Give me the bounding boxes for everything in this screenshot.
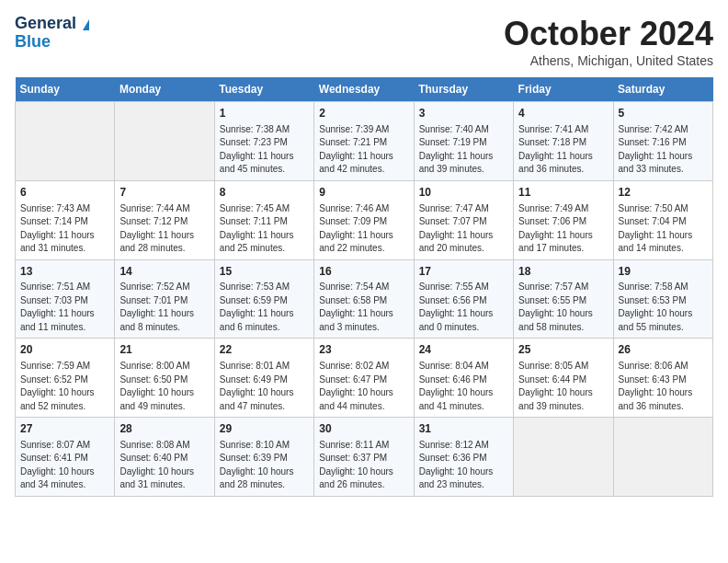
day-number: 24 <box>419 342 508 358</box>
calendar-day-cell: 13Sunrise: 7:51 AMSunset: 7:03 PMDayligh… <box>16 259 115 339</box>
weekday-header-row: SundayMondayTuesdayWednesdayThursdayFrid… <box>16 77 713 102</box>
calendar-week-row: 1Sunrise: 7:38 AMSunset: 7:23 PMDaylight… <box>16 102 713 181</box>
calendar-day-cell <box>514 418 613 497</box>
calendar-day-cell: 2Sunrise: 7:39 AMSunset: 7:21 PMDaylight… <box>314 102 414 181</box>
logo-line1: General <box>15 15 89 33</box>
day-info: Sunrise: 8:06 AMSunset: 6:43 PMDaylight:… <box>619 360 708 413</box>
logo-blue: Blue <box>15 32 51 51</box>
calendar-day-cell: 1Sunrise: 7:38 AMSunset: 7:23 PMDaylight… <box>214 102 313 181</box>
calendar-day-cell: 7Sunrise: 7:44 AMSunset: 7:12 PMDaylight… <box>115 180 214 259</box>
day-number: 12 <box>619 185 708 201</box>
day-number: 8 <box>220 185 309 201</box>
day-number: 26 <box>619 342 708 358</box>
weekday-header-monday: Monday <box>115 77 214 102</box>
day-info: Sunrise: 7:40 AMSunset: 7:19 PMDaylight:… <box>419 123 508 177</box>
logo: General Blue <box>15 15 89 52</box>
logo-line2: Blue <box>15 33 51 52</box>
weekday-header-saturday: Saturday <box>613 77 712 102</box>
day-info: Sunrise: 7:57 AMSunset: 6:55 PMDaylight:… <box>518 281 608 334</box>
day-info: Sunrise: 8:08 AMSunset: 6:40 PMDaylight:… <box>119 439 209 492</box>
calendar-day-cell <box>613 418 712 497</box>
calendar-day-cell: 11Sunrise: 7:49 AMSunset: 7:06 PMDayligh… <box>514 180 613 259</box>
day-number: 22 <box>220 342 309 358</box>
day-number: 15 <box>220 264 309 280</box>
calendar-week-row: 6Sunrise: 7:43 AMSunset: 7:14 PMDaylight… <box>16 180 713 259</box>
calendar-day-cell: 21Sunrise: 8:00 AMSunset: 6:50 PMDayligh… <box>115 339 214 418</box>
day-number: 27 <box>20 421 109 437</box>
location: Athens, Michigan, United States <box>504 53 713 68</box>
day-info: Sunrise: 7:55 AMSunset: 6:56 PMDaylight:… <box>419 281 508 334</box>
calendar-day-cell: 6Sunrise: 7:43 AMSunset: 7:14 PMDaylight… <box>16 180 115 259</box>
calendar-day-cell: 4Sunrise: 7:41 AMSunset: 7:18 PMDaylight… <box>514 102 613 181</box>
calendar-day-cell: 3Sunrise: 7:40 AMSunset: 7:19 PMDaylight… <box>414 102 513 181</box>
day-number: 14 <box>119 264 209 280</box>
calendar-day-cell: 5Sunrise: 7:42 AMSunset: 7:16 PMDaylight… <box>613 102 712 181</box>
calendar-week-row: 20Sunrise: 7:59 AMSunset: 6:52 PMDayligh… <box>16 339 713 418</box>
day-info: Sunrise: 8:02 AMSunset: 6:47 PMDaylight:… <box>319 360 408 413</box>
weekday-header-thursday: Thursday <box>414 77 513 102</box>
calendar-day-cell: 8Sunrise: 7:45 AMSunset: 7:11 PMDaylight… <box>214 180 313 259</box>
weekday-header-friday: Friday <box>514 77 613 102</box>
day-info: Sunrise: 7:51 AMSunset: 7:03 PMDaylight:… <box>20 281 109 334</box>
day-info: Sunrise: 7:38 AMSunset: 7:23 PMDaylight:… <box>220 123 309 177</box>
calendar-day-cell: 18Sunrise: 7:57 AMSunset: 6:55 PMDayligh… <box>514 259 613 339</box>
calendar-day-cell: 24Sunrise: 8:04 AMSunset: 6:46 PMDayligh… <box>414 339 513 418</box>
day-number: 11 <box>518 185 608 201</box>
calendar-day-cell: 31Sunrise: 8:12 AMSunset: 6:36 PMDayligh… <box>414 418 513 497</box>
logo-general: General <box>15 14 76 32</box>
calendar-day-cell <box>115 102 214 181</box>
day-info: Sunrise: 7:53 AMSunset: 6:59 PMDaylight:… <box>220 281 309 334</box>
calendar-table: SundayMondayTuesdayWednesdayThursdayFrid… <box>15 77 713 497</box>
calendar-day-cell: 29Sunrise: 8:10 AMSunset: 6:39 PMDayligh… <box>214 418 313 497</box>
day-number: 1 <box>220 106 309 121</box>
day-info: Sunrise: 8:11 AMSunset: 6:37 PMDaylight:… <box>319 439 408 492</box>
day-info: Sunrise: 7:43 AMSunset: 7:14 PMDaylight:… <box>20 202 109 256</box>
day-info: Sunrise: 8:12 AMSunset: 6:36 PMDaylight:… <box>419 439 508 492</box>
calendar-day-cell: 19Sunrise: 7:58 AMSunset: 6:53 PMDayligh… <box>613 259 712 339</box>
title-block: October 2024 Athens, Michigan, United St… <box>504 15 713 68</box>
day-number: 31 <box>419 421 508 437</box>
day-number: 13 <box>20 264 109 280</box>
calendar-day-cell: 9Sunrise: 7:46 AMSunset: 7:09 PMDaylight… <box>314 180 414 259</box>
day-info: Sunrise: 7:54 AMSunset: 6:58 PMDaylight:… <box>319 281 408 334</box>
day-info: Sunrise: 8:07 AMSunset: 6:41 PMDaylight:… <box>20 439 109 492</box>
page-header: General Blue October 2024 Athens, Michig… <box>15 15 713 68</box>
month-title: October 2024 <box>504 15 713 53</box>
calendar-week-row: 27Sunrise: 8:07 AMSunset: 6:41 PMDayligh… <box>16 418 713 497</box>
calendar-day-cell: 26Sunrise: 8:06 AMSunset: 6:43 PMDayligh… <box>613 339 712 418</box>
day-info: Sunrise: 7:42 AMSunset: 7:16 PMDaylight:… <box>619 123 708 177</box>
calendar-day-cell: 23Sunrise: 8:02 AMSunset: 6:47 PMDayligh… <box>314 339 414 418</box>
calendar-day-cell: 17Sunrise: 7:55 AMSunset: 6:56 PMDayligh… <box>414 259 513 339</box>
day-info: Sunrise: 8:10 AMSunset: 6:39 PMDaylight:… <box>220 439 309 492</box>
calendar-day-cell: 14Sunrise: 7:52 AMSunset: 7:01 PMDayligh… <box>115 259 214 339</box>
day-number: 30 <box>319 421 408 437</box>
day-number: 4 <box>518 106 608 121</box>
day-info: Sunrise: 8:04 AMSunset: 6:46 PMDaylight:… <box>419 360 508 413</box>
logo-triangle-icon <box>83 19 89 30</box>
calendar-day-cell: 25Sunrise: 8:05 AMSunset: 6:44 PMDayligh… <box>514 339 613 418</box>
day-info: Sunrise: 7:47 AMSunset: 7:07 PMDaylight:… <box>419 202 508 256</box>
day-info: Sunrise: 7:44 AMSunset: 7:12 PMDaylight:… <box>119 202 209 256</box>
day-number: 7 <box>119 185 209 201</box>
day-number: 6 <box>20 185 109 201</box>
weekday-header-sunday: Sunday <box>16 77 115 102</box>
calendar-day-cell: 27Sunrise: 8:07 AMSunset: 6:41 PMDayligh… <box>16 418 115 497</box>
day-number: 10 <box>419 185 508 201</box>
day-info: Sunrise: 8:05 AMSunset: 6:44 PMDaylight:… <box>518 360 608 413</box>
day-info: Sunrise: 8:01 AMSunset: 6:49 PMDaylight:… <box>220 360 309 413</box>
day-info: Sunrise: 7:46 AMSunset: 7:09 PMDaylight:… <box>319 202 408 256</box>
day-number: 23 <box>319 342 408 358</box>
day-info: Sunrise: 7:50 AMSunset: 7:04 PMDaylight:… <box>619 202 708 256</box>
day-number: 17 <box>419 264 508 280</box>
day-number: 3 <box>419 106 508 121</box>
day-number: 25 <box>518 342 608 358</box>
day-info: Sunrise: 7:58 AMSunset: 6:53 PMDaylight:… <box>619 281 708 334</box>
day-number: 16 <box>319 264 408 280</box>
day-number: 18 <box>518 264 608 280</box>
day-number: 29 <box>220 421 309 437</box>
day-info: Sunrise: 7:39 AMSunset: 7:21 PMDaylight:… <box>319 123 408 177</box>
calendar-day-cell: 12Sunrise: 7:50 AMSunset: 7:04 PMDayligh… <box>613 180 712 259</box>
calendar-day-cell <box>16 102 115 181</box>
calendar-day-cell: 10Sunrise: 7:47 AMSunset: 7:07 PMDayligh… <box>414 180 513 259</box>
day-info: Sunrise: 8:00 AMSunset: 6:50 PMDaylight:… <box>119 360 209 413</box>
